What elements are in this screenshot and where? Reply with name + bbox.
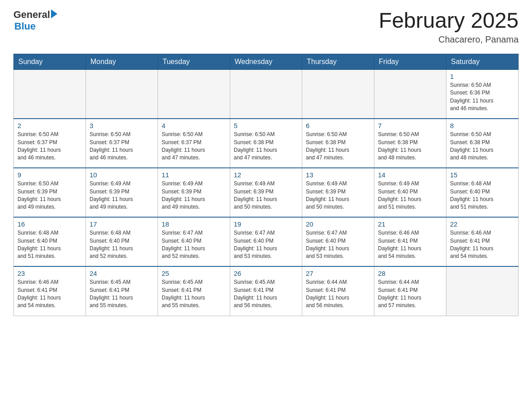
day-number: 20 xyxy=(306,220,370,228)
day-info-text: Sunrise: 6:50 AM Sunset: 6:38 PM Dayligh… xyxy=(378,131,442,162)
calendar-day-cell: 27Sunrise: 6:44 AM Sunset: 6:41 PM Dayli… xyxy=(302,266,374,316)
calendar-day-cell: 25Sunrise: 6:45 AM Sunset: 6:41 PM Dayli… xyxy=(158,266,230,316)
day-info-text: Sunrise: 6:49 AM Sunset: 6:40 PM Dayligh… xyxy=(378,180,442,211)
day-info-text: Sunrise: 6:50 AM Sunset: 6:38 PM Dayligh… xyxy=(306,131,370,162)
day-number: 19 xyxy=(234,220,298,228)
day-number: 26 xyxy=(234,270,298,277)
calendar-day-cell: 8Sunrise: 6:50 AM Sunset: 6:38 PM Daylig… xyxy=(446,119,519,168)
day-info-text: Sunrise: 6:45 AM Sunset: 6:41 PM Dayligh… xyxy=(234,278,298,310)
calendar-day-cell: 11Sunrise: 6:49 AM Sunset: 6:39 PM Dayli… xyxy=(158,168,230,217)
day-number: 14 xyxy=(378,171,442,179)
day-number: 24 xyxy=(90,270,154,277)
day-info-text: Sunrise: 6:48 AM Sunset: 6:40 PM Dayligh… xyxy=(90,229,154,261)
calendar-day-cell: 22Sunrise: 6:46 AM Sunset: 6:41 PM Dayli… xyxy=(446,217,519,266)
logo-blue-text: Blue xyxy=(14,21,57,32)
day-number: 23 xyxy=(17,270,82,277)
day-number: 7 xyxy=(378,122,442,129)
calendar-day-cell: 23Sunrise: 6:46 AM Sunset: 6:41 PM Dayli… xyxy=(14,266,86,316)
day-info-text: Sunrise: 6:47 AM Sunset: 6:40 PM Dayligh… xyxy=(162,229,226,261)
calendar-day-cell: 2Sunrise: 6:50 AM Sunset: 6:37 PM Daylig… xyxy=(14,119,86,168)
day-info-text: Sunrise: 6:49 AM Sunset: 6:39 PM Dayligh… xyxy=(234,180,298,211)
day-number: 6 xyxy=(306,122,370,129)
calendar-subtitle: Chacarero, Panama xyxy=(379,34,519,45)
day-info-text: Sunrise: 6:50 AM Sunset: 6:39 PM Dayligh… xyxy=(17,180,82,211)
calendar-day-cell: 3Sunrise: 6:50 AM Sunset: 6:37 PM Daylig… xyxy=(86,119,158,168)
logo-general-text: General xyxy=(13,9,50,21)
day-info-text: Sunrise: 6:45 AM Sunset: 6:41 PM Dayligh… xyxy=(90,278,154,310)
calendar-week-row: 16Sunrise: 6:48 AM Sunset: 6:40 PM Dayli… xyxy=(14,217,519,266)
day-info-text: Sunrise: 6:46 AM Sunset: 6:41 PM Dayligh… xyxy=(17,278,82,310)
calendar-table: SundayMondayTuesdayWednesdayThursdayFrid… xyxy=(13,54,519,316)
day-info-text: Sunrise: 6:48 AM Sunset: 6:40 PM Dayligh… xyxy=(17,229,82,261)
calendar-day-cell xyxy=(86,69,158,119)
calendar-day-cell: 18Sunrise: 6:47 AM Sunset: 6:40 PM Dayli… xyxy=(158,217,230,266)
calendar-day-cell: 17Sunrise: 6:48 AM Sunset: 6:40 PM Dayli… xyxy=(86,217,158,266)
day-number: 9 xyxy=(17,171,82,179)
day-info-text: Sunrise: 6:49 AM Sunset: 6:39 PM Dayligh… xyxy=(90,180,154,211)
day-info-text: Sunrise: 6:47 AM Sunset: 6:40 PM Dayligh… xyxy=(306,229,370,261)
day-number: 5 xyxy=(234,122,298,129)
day-info-text: Sunrise: 6:49 AM Sunset: 6:39 PM Dayligh… xyxy=(306,180,370,211)
calendar-day-cell: 26Sunrise: 6:45 AM Sunset: 6:41 PM Dayli… xyxy=(230,266,302,316)
day-number: 25 xyxy=(162,270,226,277)
day-info-text: Sunrise: 6:44 AM Sunset: 6:41 PM Dayligh… xyxy=(378,278,442,310)
day-of-week-header: Tuesday xyxy=(158,54,230,69)
day-info-text: Sunrise: 6:48 AM Sunset: 6:40 PM Dayligh… xyxy=(450,180,515,211)
day-of-week-header: Friday xyxy=(374,54,446,69)
calendar-day-cell: 14Sunrise: 6:49 AM Sunset: 6:40 PM Dayli… xyxy=(374,168,446,217)
day-info-text: Sunrise: 6:50 AM Sunset: 6:37 PM Dayligh… xyxy=(162,131,226,162)
calendar-day-cell: 7Sunrise: 6:50 AM Sunset: 6:38 PM Daylig… xyxy=(374,119,446,168)
calendar-day-cell xyxy=(374,69,446,119)
day-info-text: Sunrise: 6:49 AM Sunset: 6:39 PM Dayligh… xyxy=(162,180,226,211)
day-number: 18 xyxy=(162,220,226,228)
day-info-text: Sunrise: 6:44 AM Sunset: 6:41 PM Dayligh… xyxy=(306,278,370,310)
day-of-week-header: Monday xyxy=(86,54,158,69)
day-info-text: Sunrise: 6:50 AM Sunset: 6:37 PM Dayligh… xyxy=(90,131,154,162)
calendar-day-cell: 28Sunrise: 6:44 AM Sunset: 6:41 PM Dayli… xyxy=(374,266,446,316)
calendar-day-cell: 15Sunrise: 6:48 AM Sunset: 6:40 PM Dayli… xyxy=(446,168,519,217)
calendar-day-cell: 6Sunrise: 6:50 AM Sunset: 6:38 PM Daylig… xyxy=(302,119,374,168)
calendar-day-cell: 4Sunrise: 6:50 AM Sunset: 6:37 PM Daylig… xyxy=(158,119,230,168)
day-number: 15 xyxy=(450,171,515,179)
day-number: 8 xyxy=(450,122,515,129)
day-info-text: Sunrise: 6:50 AM Sunset: 6:37 PM Dayligh… xyxy=(17,131,82,162)
calendar-week-row: 23Sunrise: 6:46 AM Sunset: 6:41 PM Dayli… xyxy=(14,266,519,316)
day-info-text: Sunrise: 6:50 AM Sunset: 6:38 PM Dayligh… xyxy=(234,131,298,162)
day-info-text: Sunrise: 6:50 AM Sunset: 6:36 PM Dayligh… xyxy=(450,81,515,113)
calendar-week-row: 1Sunrise: 6:50 AM Sunset: 6:36 PM Daylig… xyxy=(14,69,519,119)
calendar-day-cell xyxy=(14,69,86,119)
day-number: 1 xyxy=(450,73,515,80)
day-info-text: Sunrise: 6:50 AM Sunset: 6:38 PM Dayligh… xyxy=(450,131,515,162)
calendar-day-cell xyxy=(302,69,374,119)
calendar-day-cell: 19Sunrise: 6:47 AM Sunset: 6:40 PM Dayli… xyxy=(230,217,302,266)
calendar-day-cell: 1Sunrise: 6:50 AM Sunset: 6:36 PM Daylig… xyxy=(446,69,519,119)
calendar-day-cell: 24Sunrise: 6:45 AM Sunset: 6:41 PM Dayli… xyxy=(86,266,158,316)
day-number: 21 xyxy=(378,220,442,228)
day-number: 10 xyxy=(90,171,154,179)
day-info-text: Sunrise: 6:45 AM Sunset: 6:41 PM Dayligh… xyxy=(162,278,226,310)
calendar-day-cell xyxy=(158,69,230,119)
day-number: 4 xyxy=(162,122,226,129)
calendar-day-cell: 5Sunrise: 6:50 AM Sunset: 6:38 PM Daylig… xyxy=(230,119,302,168)
calendar-day-cell: 12Sunrise: 6:49 AM Sunset: 6:39 PM Dayli… xyxy=(230,168,302,217)
logo: General Blue xyxy=(13,9,57,32)
title-area: February 2025 Chacarero, Panama xyxy=(379,9,519,45)
page-header: General Blue February 2025 Chacarero, Pa… xyxy=(13,9,519,45)
calendar-day-cell xyxy=(446,266,519,316)
day-of-week-header: Saturday xyxy=(446,54,519,69)
day-number: 13 xyxy=(306,171,370,179)
day-info-text: Sunrise: 6:46 AM Sunset: 6:41 PM Dayligh… xyxy=(378,229,442,261)
day-number: 28 xyxy=(378,270,442,277)
calendar-day-cell: 21Sunrise: 6:46 AM Sunset: 6:41 PM Dayli… xyxy=(374,217,446,266)
day-number: 27 xyxy=(306,270,370,277)
day-number: 17 xyxy=(90,220,154,228)
day-number: 3 xyxy=(90,122,154,129)
day-number: 2 xyxy=(17,122,82,129)
day-number: 12 xyxy=(234,171,298,179)
calendar-day-cell: 9Sunrise: 6:50 AM Sunset: 6:39 PM Daylig… xyxy=(14,168,86,217)
calendar-day-cell: 16Sunrise: 6:48 AM Sunset: 6:40 PM Dayli… xyxy=(14,217,86,266)
calendar-title: February 2025 xyxy=(379,9,519,33)
day-of-week-header: Sunday xyxy=(14,54,86,69)
day-number: 22 xyxy=(450,220,515,228)
calendar-day-cell: 10Sunrise: 6:49 AM Sunset: 6:39 PM Dayli… xyxy=(86,168,158,217)
